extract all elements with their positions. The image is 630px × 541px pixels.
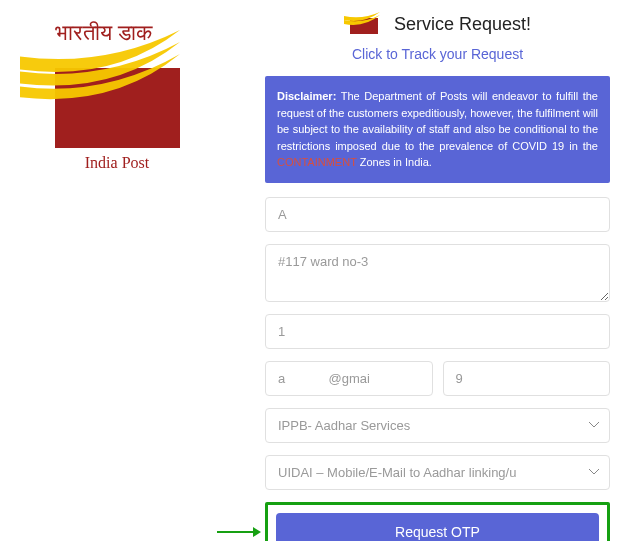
disclaimer-text-after: Zones in India. (357, 156, 432, 168)
arrow-icon (217, 525, 261, 539)
disclaimer-label: Disclaimer: (277, 90, 336, 102)
email-input[interactable] (265, 361, 433, 396)
page-title: Service Request! (394, 14, 531, 35)
request-otp-button[interactable]: Request OTP (276, 513, 599, 542)
name-input[interactable] (265, 197, 610, 232)
india-post-mini-logo (344, 10, 384, 38)
address-input[interactable]: #117 ward no-3 (265, 244, 610, 302)
svg-text:भारतीय डाक: भारतीय डाक (55, 20, 153, 45)
containment-word: CONTAINMENT (277, 156, 357, 168)
india-post-logo: भारतीय डाक India Post (20, 10, 220, 190)
mobile-input[interactable] (443, 361, 611, 396)
service-select[interactable]: IPPB- Aadhar Services (265, 408, 610, 443)
svg-marker-5 (253, 527, 261, 537)
subservice-select[interactable]: UIDAI – Mobile/E-Mail to Aadhar linking/… (265, 455, 610, 490)
track-request-link[interactable]: Click to Track your Request (265, 46, 610, 62)
svg-text:India Post: India Post (85, 154, 150, 171)
pincode-input[interactable] (265, 314, 610, 349)
disclaimer-box: Disclaimer: The Department of Posts will… (265, 76, 610, 183)
submit-highlight: Request OTP (265, 502, 610, 542)
